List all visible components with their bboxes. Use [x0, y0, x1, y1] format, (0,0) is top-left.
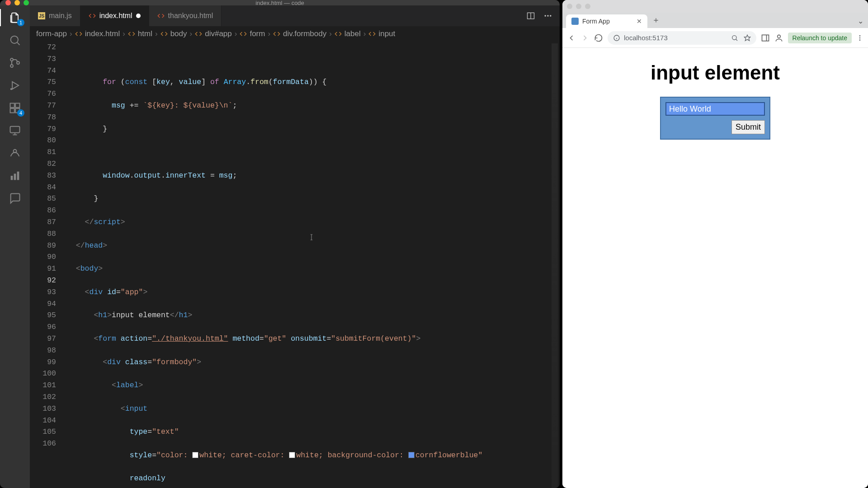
breadcrumb[interactable]: form-app› index.html› html› body› div#ap…: [30, 26, 560, 42]
run-debug-icon[interactable]: [8, 79, 22, 92]
activity-bar: 1 4: [0, 5, 30, 488]
bookmark-star-icon[interactable]: [744, 34, 751, 42]
close-tab-icon[interactable]: ✕: [637, 18, 642, 25]
svg-marker-37: [744, 35, 750, 41]
dropdown-tabs-icon[interactable]: ⌄: [858, 17, 863, 25]
svg-point-4: [17, 61, 19, 64]
favicon-icon: [571, 18, 579, 25]
zoom-window-button[interactable]: [24, 0, 29, 5]
element-icon: [273, 30, 280, 38]
explorer-badge: 1: [17, 19, 24, 26]
graph-icon[interactable]: [8, 169, 22, 183]
line-gutter: 7273747576777879808182838485868788899091…: [30, 42, 67, 488]
mac-titlebar: index.html — code: [0, 0, 560, 5]
minimap[interactable]: [552, 43, 558, 488]
element-icon: [128, 30, 135, 38]
svg-point-23: [547, 15, 548, 16]
svg-point-40: [777, 35, 780, 38]
browser-tab-title: Form App: [582, 18, 610, 25]
svg-rect-7: [10, 103, 14, 108]
breadcrumb-item[interactable]: index.html: [75, 29, 120, 38]
zoom-window-button[interactable]: [585, 4, 590, 9]
extensions-badge: 4: [17, 109, 24, 117]
remote-explorer-icon[interactable]: [8, 124, 22, 137]
breadcrumb-item[interactable]: html: [128, 29, 152, 38]
traffic-lights: [5, 0, 29, 5]
browser-titlebar: [562, 0, 868, 13]
svg-rect-16: [14, 174, 16, 180]
address-bar[interactable]: localhost:5173: [608, 31, 756, 45]
split-editor-icon[interactable]: [526, 11, 535, 20]
browser-menu-icon[interactable]: [856, 34, 863, 42]
url-text: localhost:5173: [624, 34, 668, 42]
search-icon[interactable]: [8, 33, 22, 47]
browser-preview-icon[interactable]: [8, 146, 22, 160]
side-panel-icon[interactable]: [761, 33, 770, 42]
explorer-icon[interactable]: 1: [8, 11, 22, 24]
form-body: Hello World Submit: [660, 97, 770, 140]
svg-rect-15: [11, 176, 13, 180]
tab-label: index.html: [99, 12, 132, 20]
browser-tabstrip: Form App ✕ ＋ ⌄: [562, 13, 868, 28]
tab-actions: [519, 5, 560, 26]
breadcrumb-item[interactable]: div#app: [195, 29, 232, 38]
svg-point-41: [859, 35, 861, 37]
reload-button[interactable]: [594, 33, 603, 42]
svg-point-35: [732, 35, 736, 39]
svg-point-3: [10, 65, 13, 67]
forward-button[interactable]: [580, 33, 590, 42]
extensions-icon[interactable]: 4: [8, 101, 22, 115]
element-icon: [160, 30, 168, 38]
vscode-window: index.html — code 1 4: [0, 0, 560, 488]
svg-point-0: [11, 36, 18, 43]
html-file-icon: [75, 30, 82, 38]
svg-rect-17: [17, 172, 19, 180]
new-tab-button[interactable]: ＋: [652, 14, 660, 25]
svg-point-42: [859, 37, 861, 38]
element-icon: [335, 30, 342, 38]
tab-label: thankyou.html: [168, 12, 213, 20]
close-window-button[interactable]: [567, 4, 572, 9]
color-swatch-white: [192, 452, 198, 458]
breadcrumb-item[interactable]: label: [335, 29, 361, 38]
back-button[interactable]: [567, 33, 576, 42]
page-content: input element Hello World Submit: [562, 48, 868, 488]
breadcrumb-item[interactable]: form-app: [36, 29, 67, 38]
comment-icon[interactable]: [8, 192, 22, 205]
browser-tab[interactable]: Form App ✕: [566, 14, 647, 28]
element-icon: [368, 30, 376, 38]
breadcrumb-item[interactable]: div.formbody: [273, 29, 326, 38]
more-actions-icon[interactable]: [543, 11, 552, 20]
svg-rect-10: [15, 103, 19, 108]
code-content[interactable]: for (const [key, value] of Array.from(fo…: [67, 42, 560, 488]
breadcrumb-item[interactable]: body: [160, 29, 187, 38]
tab-label: main.js: [49, 12, 72, 20]
code-editor[interactable]: 7273747576777879808182838485868788899091…: [30, 42, 560, 488]
minimize-window-button[interactable]: [576, 4, 581, 9]
profile-icon[interactable]: [774, 33, 783, 42]
relaunch-button[interactable]: Relaunch to update: [788, 33, 852, 43]
svg-rect-11: [10, 127, 20, 133]
breadcrumb-item[interactable]: input: [368, 29, 395, 38]
html-file-icon: [89, 12, 96, 19]
tab-main-js[interactable]: JS main.js: [30, 5, 80, 26]
minimize-window-button[interactable]: [14, 0, 20, 5]
svg-point-2: [10, 58, 13, 61]
element-icon: [240, 30, 247, 38]
browser-toolbar: localhost:5173 Relaunch to update: [562, 28, 868, 48]
color-swatch-cornflowerblue: [408, 452, 415, 458]
site-info-icon[interactable]: [613, 34, 620, 42]
breadcrumb-item[interactable]: form: [240, 29, 265, 38]
editor-region: JS main.js index.html thankyou.html: [30, 5, 560, 488]
text-input[interactable]: Hello World: [665, 102, 765, 116]
element-icon: [195, 30, 202, 38]
submit-button[interactable]: Submit: [731, 120, 765, 134]
tab-thankyou-html[interactable]: thankyou.html: [149, 5, 222, 26]
svg-rect-38: [762, 35, 769, 41]
source-control-icon[interactable]: [8, 56, 22, 70]
zoom-icon[interactable]: [731, 34, 738, 42]
close-window-button[interactable]: [5, 0, 11, 5]
tab-index-html[interactable]: index.html: [80, 5, 149, 26]
svg-point-22: [545, 15, 546, 16]
window-title: index.html — code: [255, 0, 304, 6]
